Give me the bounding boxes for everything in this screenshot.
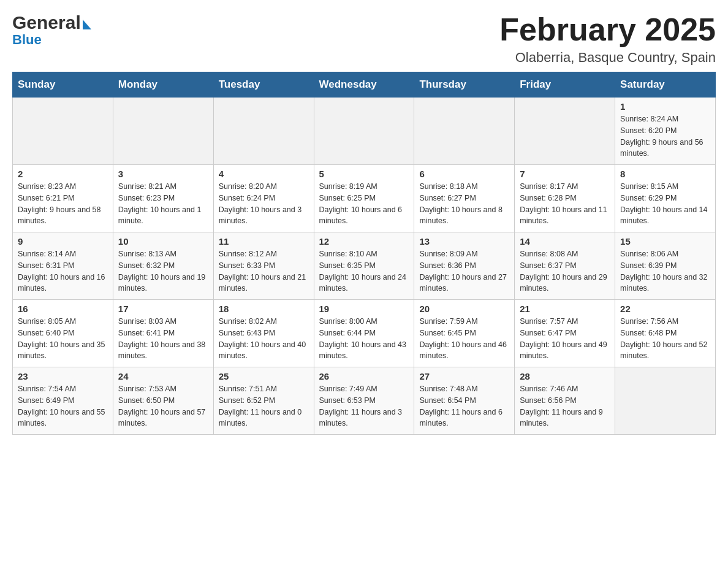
day-number: 1 (620, 101, 710, 112)
title-block: February 2025 Olaberria, Basque Country,… (499, 12, 716, 66)
day-info: Sunrise: 8:19 AM Sunset: 6:25 PM Dayligh… (319, 181, 409, 227)
week-row-3: 9Sunrise: 8:14 AM Sunset: 6:31 PM Daylig… (13, 232, 716, 300)
day-number: 4 (219, 169, 309, 179)
day-info: Sunrise: 8:06 AM Sunset: 6:39 PM Dayligh… (620, 248, 710, 294)
day-info: Sunrise: 8:21 AM Sunset: 6:23 PM Dayligh… (118, 181, 208, 227)
day-info: Sunrise: 8:17 AM Sunset: 6:28 PM Dayligh… (520, 181, 610, 227)
day-info: Sunrise: 7:51 AM Sunset: 6:52 PM Dayligh… (219, 383, 309, 429)
day-number: 3 (118, 169, 208, 179)
day-info: Sunrise: 8:14 AM Sunset: 6:31 PM Dayligh… (18, 248, 108, 294)
calendar-cell: 7Sunrise: 8:17 AM Sunset: 6:28 PM Daylig… (515, 165, 615, 232)
calendar-cell: 23Sunrise: 7:54 AM Sunset: 6:49 PM Dayli… (13, 367, 113, 435)
day-header-sunday: Sunday (13, 72, 113, 98)
calendar-cell: 17Sunrise: 8:03 AM Sunset: 6:41 PM Dayli… (113, 300, 213, 367)
day-header-monday: Monday (113, 72, 213, 98)
calendar-cell: 9Sunrise: 8:14 AM Sunset: 6:31 PM Daylig… (13, 232, 113, 300)
calendar-cell: 19Sunrise: 8:00 AM Sunset: 6:44 PM Dayli… (314, 300, 414, 367)
day-number: 22 (620, 304, 710, 314)
week-row-5: 23Sunrise: 7:54 AM Sunset: 6:49 PM Dayli… (13, 367, 716, 435)
day-number: 15 (620, 236, 710, 247)
calendar-cell: 20Sunrise: 7:59 AM Sunset: 6:45 PM Dayli… (414, 300, 515, 367)
calendar-cell: 22Sunrise: 7:56 AM Sunset: 6:48 PM Dayli… (615, 300, 716, 367)
calendar-cell: 25Sunrise: 7:51 AM Sunset: 6:52 PM Dayli… (213, 367, 314, 435)
day-info: Sunrise: 8:05 AM Sunset: 6:40 PM Dayligh… (18, 316, 108, 362)
day-number: 13 (419, 236, 509, 247)
day-number: 2 (18, 169, 108, 179)
calendar-cell: 27Sunrise: 7:48 AM Sunset: 6:54 PM Dayli… (414, 367, 515, 435)
calendar-cell: 15Sunrise: 8:06 AM Sunset: 6:39 PM Dayli… (615, 232, 716, 300)
day-info: Sunrise: 8:13 AM Sunset: 6:32 PM Dayligh… (118, 248, 208, 294)
day-number: 17 (118, 304, 208, 314)
day-number: 23 (18, 371, 108, 381)
calendar-cell: 14Sunrise: 8:08 AM Sunset: 6:37 PM Dayli… (515, 232, 615, 300)
calendar-cell: 4Sunrise: 8:20 AM Sunset: 6:24 PM Daylig… (213, 165, 314, 232)
day-number: 9 (18, 236, 108, 247)
day-number: 20 (419, 304, 509, 314)
calendar-body: 1Sunrise: 8:24 AM Sunset: 6:20 PM Daylig… (13, 98, 716, 435)
week-row-1: 1Sunrise: 8:24 AM Sunset: 6:20 PM Daylig… (13, 98, 716, 165)
day-info: Sunrise: 8:24 AM Sunset: 6:20 PM Dayligh… (620, 113, 710, 159)
calendar-cell (414, 98, 515, 165)
day-number: 10 (118, 236, 208, 247)
day-number: 21 (520, 304, 610, 314)
calendar-header: SundayMondayTuesdayWednesdayThursdayFrid… (13, 72, 716, 98)
day-number: 16 (18, 304, 108, 314)
calendar-cell: 24Sunrise: 7:53 AM Sunset: 6:50 PM Dayli… (113, 367, 213, 435)
calendar-cell: 28Sunrise: 7:46 AM Sunset: 6:56 PM Dayli… (515, 367, 615, 435)
calendar-cell: 3Sunrise: 8:21 AM Sunset: 6:23 PM Daylig… (113, 165, 213, 232)
day-number: 26 (319, 371, 409, 381)
calendar-cell: 1Sunrise: 8:24 AM Sunset: 6:20 PM Daylig… (615, 98, 716, 165)
calendar-cell (515, 98, 615, 165)
logo-general-text: General (12, 12, 81, 33)
day-number: 19 (319, 304, 409, 314)
calendar-cell: 16Sunrise: 8:05 AM Sunset: 6:40 PM Dayli… (13, 300, 113, 367)
day-number: 11 (219, 236, 309, 247)
calendar-cell (615, 367, 716, 435)
calendar-cell (113, 98, 213, 165)
day-info: Sunrise: 7:53 AM Sunset: 6:50 PM Dayligh… (118, 383, 208, 429)
day-info: Sunrise: 7:57 AM Sunset: 6:47 PM Dayligh… (520, 316, 610, 362)
day-info: Sunrise: 8:09 AM Sunset: 6:36 PM Dayligh… (419, 248, 509, 294)
day-header-thursday: Thursday (414, 72, 515, 98)
day-number: 24 (118, 371, 208, 381)
day-header-wednesday: Wednesday (314, 72, 414, 98)
day-info: Sunrise: 8:15 AM Sunset: 6:29 PM Dayligh… (620, 181, 710, 227)
calendar-cell: 6Sunrise: 8:18 AM Sunset: 6:27 PM Daylig… (414, 165, 515, 232)
calendar-cell: 26Sunrise: 7:49 AM Sunset: 6:53 PM Dayli… (314, 367, 414, 435)
calendar-cell: 5Sunrise: 8:19 AM Sunset: 6:25 PM Daylig… (314, 165, 414, 232)
day-info: Sunrise: 8:00 AM Sunset: 6:44 PM Dayligh… (319, 316, 409, 362)
day-number: 27 (419, 371, 509, 381)
day-number: 25 (219, 371, 309, 381)
day-info: Sunrise: 8:08 AM Sunset: 6:37 PM Dayligh… (520, 248, 610, 294)
day-info: Sunrise: 7:46 AM Sunset: 6:56 PM Dayligh… (520, 383, 610, 429)
day-header-friday: Friday (515, 72, 615, 98)
calendar-table: SundayMondayTuesdayWednesdayThursdayFrid… (12, 72, 716, 435)
logo-arrow-icon (83, 20, 91, 29)
day-number: 7 (520, 169, 610, 179)
calendar-cell: 12Sunrise: 8:10 AM Sunset: 6:35 PM Dayli… (314, 232, 414, 300)
logo-blue-text: Blue (12, 32, 42, 48)
calendar-cell: 13Sunrise: 8:09 AM Sunset: 6:36 PM Dayli… (414, 232, 515, 300)
day-number: 14 (520, 236, 610, 247)
calendar-cell (13, 98, 113, 165)
calendar-cell (314, 98, 414, 165)
day-header-saturday: Saturday (615, 72, 716, 98)
calendar-title: February 2025 (499, 12, 716, 47)
day-info: Sunrise: 8:10 AM Sunset: 6:35 PM Dayligh… (319, 248, 409, 294)
page-header: General Blue February 2025 Olaberria, Ba… (12, 12, 716, 66)
days-of-week-row: SundayMondayTuesdayWednesdayThursdayFrid… (13, 72, 716, 98)
day-info: Sunrise: 7:59 AM Sunset: 6:45 PM Dayligh… (419, 316, 509, 362)
calendar-cell: 11Sunrise: 8:12 AM Sunset: 6:33 PM Dayli… (213, 232, 314, 300)
day-info: Sunrise: 7:49 AM Sunset: 6:53 PM Dayligh… (319, 383, 409, 429)
day-number: 6 (419, 169, 509, 179)
day-info: Sunrise: 7:48 AM Sunset: 6:54 PM Dayligh… (419, 383, 509, 429)
day-number: 5 (319, 169, 409, 179)
day-info: Sunrise: 8:02 AM Sunset: 6:43 PM Dayligh… (219, 316, 309, 362)
calendar-cell (213, 98, 314, 165)
day-info: Sunrise: 7:56 AM Sunset: 6:48 PM Dayligh… (620, 316, 710, 362)
day-number: 28 (520, 371, 610, 381)
day-info: Sunrise: 8:23 AM Sunset: 6:21 PM Dayligh… (18, 181, 108, 227)
week-row-2: 2Sunrise: 8:23 AM Sunset: 6:21 PM Daylig… (13, 165, 716, 232)
week-row-4: 16Sunrise: 8:05 AM Sunset: 6:40 PM Dayli… (13, 300, 716, 367)
calendar-cell: 2Sunrise: 8:23 AM Sunset: 6:21 PM Daylig… (13, 165, 113, 232)
